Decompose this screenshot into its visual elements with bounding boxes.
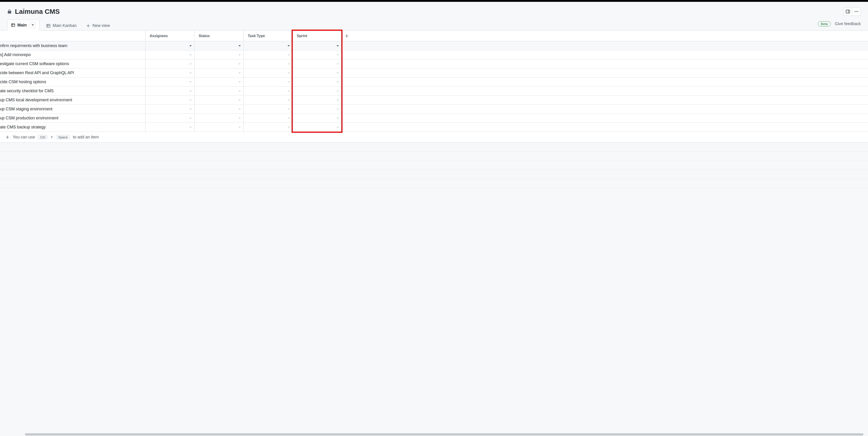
cell-title[interactable]: up CMS local development environment <box>0 96 145 105</box>
column-status-label: Status <box>199 34 210 38</box>
cell-tasktype[interactable] <box>243 51 292 59</box>
column-title-header[interactable] <box>0 31 145 41</box>
svg-rect-5 <box>11 24 15 27</box>
cell-sprint[interactable] <box>292 105 342 114</box>
cell-title[interactable]: ate CMS backup strategy <box>0 123 145 132</box>
row-title-text: ate CMS backup strategy <box>0 125 46 129</box>
cell-sprint[interactable] <box>292 87 342 95</box>
give-feedback-link[interactable]: Give feedback <box>835 22 861 26</box>
caret-down-icon <box>337 81 339 83</box>
table-row[interactable]: up CSM staging environment <box>0 105 868 114</box>
column-status-header[interactable]: Status <box>194 31 243 41</box>
window-top-edge <box>0 0 868 2</box>
cell-tasktype[interactable] <box>243 96 292 105</box>
view-tabs: Main Main Kanban New view Beta Give feed… <box>0 20 868 31</box>
cell-status[interactable] <box>194 87 243 95</box>
cell-trailing <box>342 114 351 122</box>
table-row[interactable]: ate security checklist for CMS <box>0 87 868 96</box>
add-item-hint-prefix: You can use <box>13 135 35 140</box>
column-tasktype-header[interactable]: Task Type <box>243 31 292 41</box>
add-column-button[interactable] <box>342 31 351 41</box>
cell-sprint[interactable] <box>292 78 342 86</box>
column-assignees-header[interactable]: Assignees <box>145 31 194 41</box>
cell-trailing <box>342 78 351 86</box>
cell-status[interactable] <box>194 123 243 132</box>
tab-main-menu[interactable] <box>30 22 36 28</box>
cell-sprint[interactable] <box>292 68 342 77</box>
cell-tasktype[interactable] <box>243 123 292 132</box>
cell-sprint[interactable] <box>292 96 342 105</box>
caret-down-icon <box>287 90 290 92</box>
cell-tasktype[interactable] <box>243 87 292 95</box>
tab-main[interactable]: Main <box>7 20 39 31</box>
column-tasktype-label: Task Type <box>248 34 265 38</box>
table-row[interactable]: s] Add monorepo <box>0 51 868 59</box>
cell-title[interactable]: s] Add monorepo <box>0 51 145 59</box>
header-actions <box>844 7 861 16</box>
cell-assignees[interactable] <box>145 123 194 132</box>
cell-status[interactable] <box>194 114 243 122</box>
table-row[interactable]: nfirm requirments with business team <box>0 41 868 51</box>
cell-assignees[interactable] <box>145 114 194 122</box>
caret-down-icon <box>239 118 241 119</box>
caret-down-icon <box>239 54 241 56</box>
table-row[interactable]: up CSM production environment <box>0 114 868 123</box>
cell-tasktype[interactable] <box>243 114 292 122</box>
caret-down-icon <box>287 63 290 65</box>
cell-assignees[interactable] <box>145 59 194 68</box>
cell-title[interactable]: estigate current CSM software options <box>0 59 145 68</box>
cell-assignees[interactable] <box>145 78 194 86</box>
cell-status[interactable] <box>194 105 243 114</box>
cell-title[interactable]: cide between Rest API and GraphQL API <box>0 68 145 77</box>
table-row[interactable]: up CMS local development environment <box>0 96 868 105</box>
row-title-text: up CMS local development environment <box>0 98 72 103</box>
table-row[interactable]: cide between Rest API and GraphQL API <box>0 68 868 78</box>
cell-sprint[interactable] <box>292 123 342 132</box>
cell-sprint[interactable] <box>292 59 342 68</box>
cell-sprint[interactable] <box>292 51 342 59</box>
cell-sprint[interactable] <box>292 114 342 122</box>
cell-assignees[interactable] <box>145 41 194 50</box>
cell-sprint[interactable] <box>292 41 342 50</box>
cell-tasktype[interactable] <box>243 78 292 86</box>
panel-toggle-button[interactable] <box>844 7 852 16</box>
caret-down-icon <box>337 118 339 119</box>
cell-title[interactable]: up CSM production environment <box>0 114 145 122</box>
cell-assignees[interactable] <box>145 96 194 105</box>
table-row[interactable]: ate CMS backup strategy <box>0 123 868 132</box>
caret-down-icon <box>287 81 290 83</box>
cell-tasktype[interactable] <box>243 59 292 68</box>
table-row[interactable]: estigate current CSM software options <box>0 59 868 68</box>
cell-status[interactable] <box>194 41 243 50</box>
caret-down-icon <box>337 45 339 47</box>
row-title-text: estigate current CSM software options <box>0 61 69 66</box>
cell-tasktype[interactable] <box>243 41 292 50</box>
caret-down-icon <box>287 118 290 119</box>
empty-row <box>0 152 868 161</box>
cell-title[interactable]: ate security checklist for CMS <box>0 87 145 95</box>
cell-assignees[interactable] <box>145 68 194 77</box>
more-menu-button[interactable] <box>852 7 861 16</box>
new-view-button[interactable]: New view <box>84 21 113 30</box>
cell-status[interactable] <box>194 68 243 77</box>
cell-tasktype[interactable] <box>243 68 292 77</box>
table-row[interactable]: cide CSM hosting options <box>0 78 868 87</box>
column-sprint-header[interactable]: Sprint <box>292 31 342 41</box>
cell-status[interactable] <box>194 51 243 59</box>
cell-title[interactable]: up CSM staging environment <box>0 105 145 114</box>
cell-assignees[interactable] <box>145 87 194 95</box>
cell-status[interactable] <box>194 78 243 86</box>
caret-down-icon <box>287 109 290 110</box>
caret-down-icon <box>287 45 290 47</box>
cell-assignees[interactable] <box>145 51 194 59</box>
cell-trailing <box>342 123 351 132</box>
cell-status[interactable] <box>194 59 243 68</box>
tab-main-label: Main <box>18 23 27 28</box>
cell-title[interactable]: nfirm requirments with business team <box>0 41 145 50</box>
add-item-row[interactable]: You can use Ctrl + Space to add an item <box>0 132 868 143</box>
cell-tasktype[interactable] <box>243 105 292 114</box>
tab-main-kanban[interactable]: Main Kanban <box>43 21 79 30</box>
cell-status[interactable] <box>194 96 243 105</box>
cell-assignees[interactable] <box>145 105 194 114</box>
cell-title[interactable]: cide CSM hosting options <box>0 78 145 86</box>
